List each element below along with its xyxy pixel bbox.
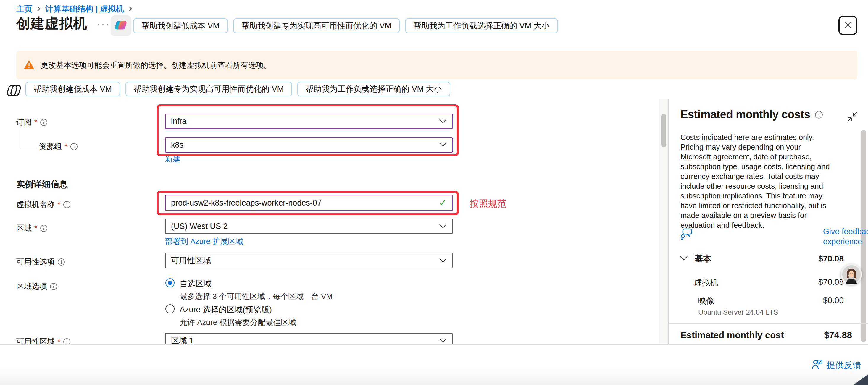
zone-option-label-text: Azure 选择的区域(预览版) (180, 304, 296, 315)
warning-banner: 更改基本选项可能会重置所做的选择。创建虚拟机前查看所有选项。 (16, 51, 857, 79)
suggestion-high-availability-vm-button[interactable]: 帮助我创建专为实现高可用性而优化的 VM (233, 18, 400, 33)
chevron-right-icon (128, 6, 133, 12)
info-icon[interactable] (57, 258, 65, 266)
cost-panel-header: Estimated monthly costs (680, 108, 823, 121)
page-title: 创建虚拟机 (16, 14, 87, 33)
required-asterisk: * (57, 200, 60, 209)
feedback-bubbles-icon (680, 226, 819, 247)
more-options-button[interactable]: ··· (97, 18, 110, 30)
region-label: 区域 * (16, 223, 48, 233)
chevron-down-icon (439, 224, 447, 229)
zone-options-label: 区域选项 (16, 281, 57, 292)
vm-name-input[interactable] (171, 195, 435, 210)
suggestion-right-vm-size-button[interactable]: 帮助我为工作负载选择正确的 VM 大小 (405, 18, 558, 33)
cost-group-value: $70.08 (818, 254, 844, 263)
main-scrollbar-thumb[interactable] (661, 114, 666, 147)
breadcrumb-current[interactable]: 计算基础结构 | 虚拟机 (45, 4, 124, 14)
cost-group-label: 基本 (695, 253, 711, 264)
cost-row-image: 映像 $0.00 (698, 296, 844, 306)
breadcrumb-home[interactable]: 主页 (16, 4, 32, 14)
info-icon[interactable] (40, 224, 48, 232)
vm-name-field: ✓ (165, 195, 453, 211)
info-icon[interactable] (70, 143, 78, 151)
warning-icon (23, 59, 35, 71)
provide-feedback-text: 提供反馈 (827, 360, 861, 372)
subscription-label: 订阅 * (16, 117, 48, 127)
availability-options-label: 可用性选项 (16, 257, 65, 267)
estimate-feedback-link[interactable]: Give feedback about your estimate experi… (680, 226, 868, 247)
zone-option-label-text: 自选区域 (180, 278, 333, 289)
cost-total-label: Estimated monthly cost (680, 330, 784, 341)
info-icon[interactable] (50, 283, 57, 290)
close-button[interactable] (838, 16, 857, 35)
close-icon (843, 21, 852, 30)
zone-option-self-select[interactable]: 自选区域 最多选择 3 个可用性区域，每个区域一台 VM (165, 278, 333, 301)
copilot-suggestion-row-top: 帮助我创建低成本 VM 帮助我创建专为实现高可用性而优化的 VM 帮助我为工作负… (133, 18, 558, 33)
chevron-down-icon (679, 255, 688, 262)
required-asterisk: * (34, 224, 37, 233)
deploy-edge-zone-link[interactable]: 部署到 Azure 扩展区域 (165, 236, 243, 247)
suggestion-right-vm-size-button[interactable]: 帮助我为工作负载选择正确的 VM 大小 (297, 82, 450, 96)
resource-group-label: 资源组 * (39, 141, 78, 152)
breadcrumb: 主页 计算基础结构 | 虚拟机 (16, 4, 133, 14)
suggestion-high-availability-vm-button[interactable]: 帮助我创建专为实现高可用性而优化的 VM (125, 82, 292, 96)
info-icon[interactable] (63, 201, 71, 208)
chevron-down-icon (439, 142, 447, 147)
resource-group-select[interactable]: k8s (165, 137, 453, 153)
corner-widget[interactable] (853, 374, 868, 385)
bottom-action-bar (0, 344, 868, 385)
info-icon[interactable] (40, 119, 48, 126)
cost-panel-description: Costs indicated here are estimates only.… (680, 132, 833, 230)
chevron-right-icon (36, 6, 41, 12)
radio-unselected-icon[interactable] (165, 304, 175, 314)
copilot-suggestion-row-inline: 帮助我创建低成本 VM 帮助我创建专为实现高可用性而优化的 VM 帮助我为工作负… (26, 82, 450, 96)
cost-panel-title: Estimated monthly costs (680, 108, 810, 121)
suggestion-low-cost-vm-button[interactable]: 帮助我创建低成本 VM (26, 82, 120, 96)
warning-banner-text: 更改基本选项可能会重置所做的选择。创建虚拟机前查看所有选项。 (40, 60, 271, 70)
cost-row-image-subtitle: Ubuntu Server 24.04 LTS (698, 308, 778, 316)
zone-option-azure-select[interactable]: Azure 选择的区域(预览版) 允许 Azure 根据需要分配最佳区域 (165, 304, 296, 328)
required-asterisk: * (34, 118, 37, 127)
required-asterisk: * (64, 142, 67, 151)
subscription-select[interactable]: infra (165, 114, 453, 129)
suggestion-low-cost-vm-button[interactable]: 帮助我创建低成本 VM (133, 18, 228, 33)
panel-horizontal-divider (669, 323, 868, 324)
instance-details-section-title: 实例详细信息 (16, 179, 68, 190)
zone-option-desc: 允许 Azure 根据需要分配最佳区域 (180, 317, 296, 328)
zone-option-desc: 最多选择 3 个可用性区域，每个区域一台 VM (180, 291, 333, 301)
radio-selected-icon[interactable] (165, 278, 175, 287)
annotation-text: 按照规范 (470, 197, 506, 210)
assistant-avatar[interactable] (841, 264, 862, 285)
estimate-feedback-text: Give feedback about your estimate experi… (823, 226, 868, 247)
avatar-image (842, 265, 861, 284)
info-icon[interactable] (815, 110, 823, 119)
copilot-button[interactable] (111, 15, 131, 36)
copilot-icon (114, 18, 128, 33)
vm-name-label: 虚拟机名称 * (16, 199, 71, 210)
chevron-down-icon (439, 258, 447, 263)
chevron-down-icon (439, 119, 447, 124)
valid-check-icon: ✓ (439, 197, 447, 208)
cost-total-value: $74.88 (769, 330, 852, 341)
panel-divider (668, 99, 669, 344)
person-feedback-icon (811, 358, 823, 372)
resource-group-connector-line (20, 130, 36, 149)
availability-options-select[interactable]: 可用性区域 (165, 253, 453, 268)
region-select[interactable]: (US) West US 2 (165, 219, 453, 234)
chevron-down-icon (439, 338, 447, 343)
provide-feedback-link[interactable]: 提供反馈 (811, 358, 861, 372)
collapse-panel-icon[interactable] (847, 111, 858, 124)
copilot-outline-icon (6, 83, 22, 98)
cost-group-basic[interactable]: 基本 $70.08 (679, 253, 844, 264)
cost-row-vm: 虚拟机 $70.08 (694, 277, 844, 288)
create-new-resource-group-link[interactable]: 新建 (165, 154, 181, 164)
